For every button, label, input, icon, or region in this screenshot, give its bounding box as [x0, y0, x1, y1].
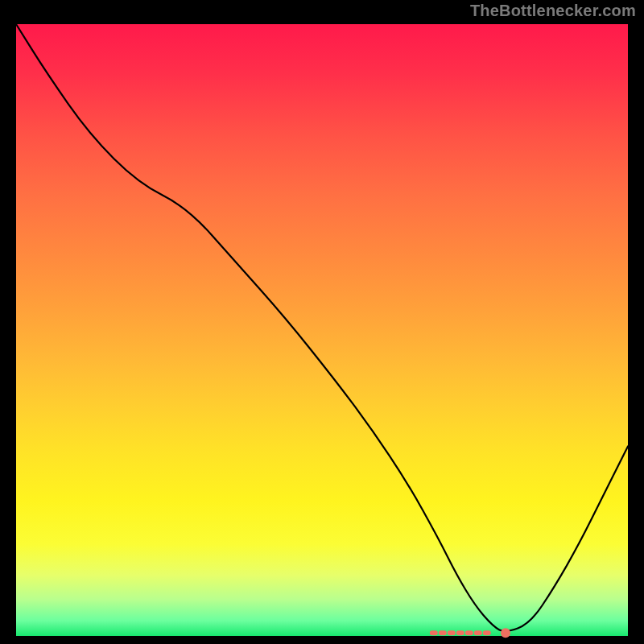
plot-area: [16, 24, 628, 636]
bottleneck-curve: [16, 24, 628, 631]
minimum-marker: [501, 628, 510, 638]
attribution-label: TheBottlenecker.com: [470, 2, 636, 20]
chart-container: TheBottlenecker.com: [0, 0, 644, 644]
curve-layer: [16, 24, 628, 636]
